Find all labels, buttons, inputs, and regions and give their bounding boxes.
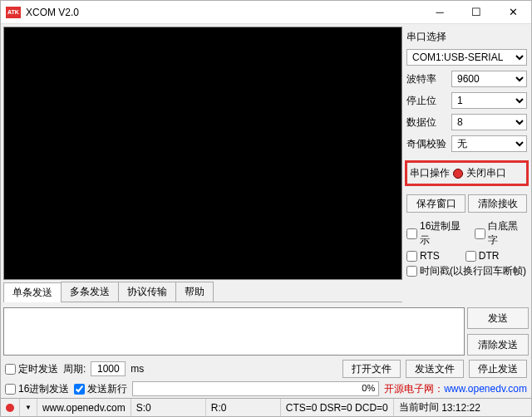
ad-link[interactable]: www.openedv.com: [444, 383, 527, 395]
tab-single[interactable]: 单条发送: [3, 282, 62, 302]
minimize-button[interactable]: ─: [421, 1, 458, 24]
rts-checkbox[interactable]: [406, 251, 417, 262]
white-black-checkbox[interactable]: [475, 228, 485, 239]
titlebar: ATK XCOM V2.0 ─ ☐ ✕: [1, 1, 531, 24]
save-window-button[interactable]: 保存窗口: [406, 194, 466, 213]
data-select[interactable]: 8: [451, 114, 527, 130]
rts-label: RTS: [420, 250, 440, 262]
send-newline-label: 发送新行: [87, 382, 127, 396]
port-op-label: 串口操作: [410, 166, 450, 180]
period-input[interactable]: [91, 361, 126, 376]
parity-label: 奇偶校验: [406, 137, 448, 151]
status-time-label: 当前时间: [399, 400, 439, 415]
clear-send-button[interactable]: 清除发送: [467, 334, 529, 356]
tab-multi[interactable]: 多条发送: [61, 282, 119, 302]
record-icon: [453, 169, 463, 179]
tab-proto[interactable]: 协议传输: [118, 282, 176, 302]
status-url[interactable]: www.openedv.com: [37, 399, 131, 416]
timed-send-label: 定时发送: [18, 362, 58, 376]
port-op-panel: 串口操作 关闭串口: [405, 160, 529, 186]
timestamp-checkbox[interactable]: [406, 266, 417, 277]
hex-show-label: 16进制显示: [420, 219, 469, 248]
send-input[interactable]: [3, 307, 465, 356]
hex-show-checkbox[interactable]: [406, 228, 417, 239]
baud-label: 波特率: [406, 72, 448, 86]
status-dropdown-icon[interactable]: ▼: [25, 404, 32, 411]
dtr-checkbox[interactable]: [466, 251, 476, 262]
hex-send-label: 16进制发送: [18, 382, 69, 396]
dtr-label: DTR: [479, 250, 500, 262]
open-file-button[interactable]: 打开文件: [342, 360, 401, 378]
send-tabs: 单条发送 多条发送 协议传输 帮助: [3, 282, 402, 302]
app-logo: ATK: [6, 7, 21, 18]
hex-send-checkbox[interactable]: [5, 384, 16, 395]
port-label: 串口选择: [406, 30, 448, 44]
status-bar: ▼ www.openedv.com S:0 R:0 CTS=0 DSR=0 DC…: [1, 398, 531, 416]
progress-value: 0%: [362, 383, 375, 393]
status-s: S:0: [131, 399, 206, 416]
rx-console: [3, 27, 402, 280]
tab-help[interactable]: 帮助: [175, 282, 214, 302]
ad-text: 开源电子网：: [384, 383, 444, 395]
send-newline-checkbox[interactable]: [74, 384, 85, 395]
white-black-label: 白底黑字: [488, 219, 527, 248]
send-button[interactable]: 发送: [467, 307, 529, 329]
stop-label: 停止位: [406, 94, 448, 108]
port-select[interactable]: COM1:USB-SERIAL: [406, 49, 527, 66]
period-unit: ms: [131, 363, 144, 375]
timed-send-checkbox[interactable]: [5, 364, 16, 375]
maximize-button[interactable]: ☐: [458, 1, 495, 24]
clear-rx-button[interactable]: 清除接收: [468, 194, 527, 213]
parity-select[interactable]: 无: [451, 135, 527, 152]
period-label: 周期:: [63, 362, 86, 376]
stop-select[interactable]: 1: [451, 92, 527, 109]
send-file-button[interactable]: 发送文件: [406, 360, 464, 378]
close-button[interactable]: ✕: [495, 1, 531, 24]
status-dot-icon: [6, 404, 14, 412]
timestamp-label: 时间戳(以换行回车断帧): [420, 264, 526, 278]
baud-select[interactable]: 9600: [451, 71, 527, 87]
status-r: R:0: [206, 399, 281, 416]
status-time: 13:12:22: [441, 402, 480, 414]
progress-bar: 0%: [132, 381, 379, 396]
stop-send-button[interactable]: 停止发送: [469, 360, 527, 378]
window-title: XCOM V2.0: [26, 7, 421, 18]
close-port-button[interactable]: 关闭串口: [466, 166, 506, 180]
data-label: 数据位: [406, 115, 448, 130]
status-cts: CTS=0 DSR=0 DCD=0: [281, 399, 394, 416]
